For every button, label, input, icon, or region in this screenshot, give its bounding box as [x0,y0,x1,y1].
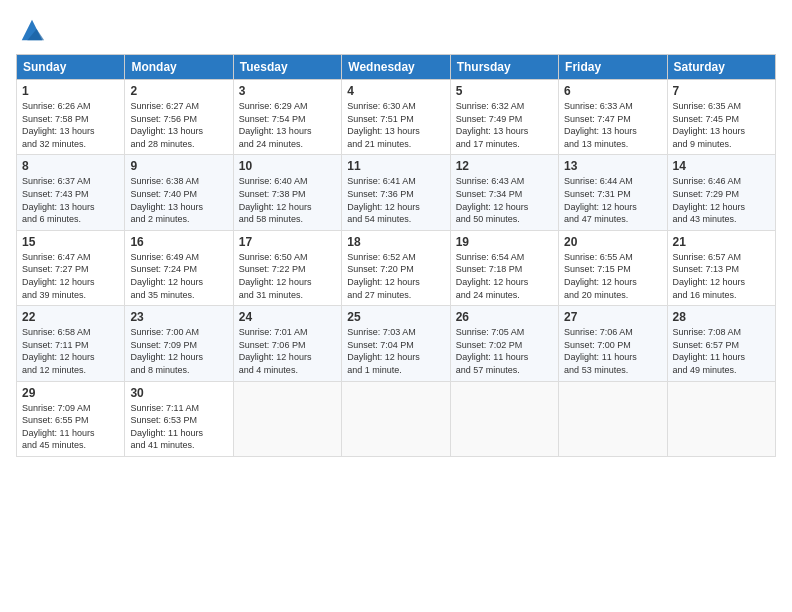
cell-info: Sunrise: 6:50 AM Sunset: 7:22 PM Dayligh… [239,251,336,301]
day-number: 15 [22,235,119,249]
calendar-cell: 20Sunrise: 6:55 AM Sunset: 7:15 PM Dayli… [559,230,667,305]
day-number: 22 [22,310,119,324]
cell-info: Sunrise: 6:29 AM Sunset: 7:54 PM Dayligh… [239,100,336,150]
cell-info: Sunrise: 6:26 AM Sunset: 7:58 PM Dayligh… [22,100,119,150]
day-header-tuesday: Tuesday [233,55,341,80]
logo-icon [18,16,46,44]
calendar-cell: 2Sunrise: 6:27 AM Sunset: 7:56 PM Daylig… [125,80,233,155]
day-number: 10 [239,159,336,173]
calendar-cell: 28Sunrise: 7:08 AM Sunset: 6:57 PM Dayli… [667,306,775,381]
calendar-cell: 3Sunrise: 6:29 AM Sunset: 7:54 PM Daylig… [233,80,341,155]
day-number: 11 [347,159,444,173]
day-number: 1 [22,84,119,98]
cell-info: Sunrise: 6:46 AM Sunset: 7:29 PM Dayligh… [673,175,770,225]
calendar-week-row: 15Sunrise: 6:47 AM Sunset: 7:27 PM Dayli… [17,230,776,305]
day-number: 8 [22,159,119,173]
day-number: 18 [347,235,444,249]
calendar-cell: 21Sunrise: 6:57 AM Sunset: 7:13 PM Dayli… [667,230,775,305]
cell-info: Sunrise: 6:52 AM Sunset: 7:20 PM Dayligh… [347,251,444,301]
day-number: 23 [130,310,227,324]
calendar-cell: 23Sunrise: 7:00 AM Sunset: 7:09 PM Dayli… [125,306,233,381]
calendar-cell [450,381,558,456]
day-number: 2 [130,84,227,98]
calendar-cell: 15Sunrise: 6:47 AM Sunset: 7:27 PM Dayli… [17,230,125,305]
calendar-cell: 29Sunrise: 7:09 AM Sunset: 6:55 PM Dayli… [17,381,125,456]
header [16,16,776,44]
day-number: 12 [456,159,553,173]
cell-info: Sunrise: 7:00 AM Sunset: 7:09 PM Dayligh… [130,326,227,376]
cell-info: Sunrise: 7:06 AM Sunset: 7:00 PM Dayligh… [564,326,661,376]
day-header-friday: Friday [559,55,667,80]
cell-info: Sunrise: 6:49 AM Sunset: 7:24 PM Dayligh… [130,251,227,301]
day-number: 28 [673,310,770,324]
day-number: 17 [239,235,336,249]
calendar-cell: 6Sunrise: 6:33 AM Sunset: 7:47 PM Daylig… [559,80,667,155]
calendar-cell [559,381,667,456]
calendar-cell: 26Sunrise: 7:05 AM Sunset: 7:02 PM Dayli… [450,306,558,381]
cell-info: Sunrise: 7:09 AM Sunset: 6:55 PM Dayligh… [22,402,119,452]
cell-info: Sunrise: 6:41 AM Sunset: 7:36 PM Dayligh… [347,175,444,225]
calendar-week-row: 29Sunrise: 7:09 AM Sunset: 6:55 PM Dayli… [17,381,776,456]
day-number: 24 [239,310,336,324]
cell-info: Sunrise: 6:58 AM Sunset: 7:11 PM Dayligh… [22,326,119,376]
calendar-cell: 17Sunrise: 6:50 AM Sunset: 7:22 PM Dayli… [233,230,341,305]
day-number: 16 [130,235,227,249]
calendar-week-row: 22Sunrise: 6:58 AM Sunset: 7:11 PM Dayli… [17,306,776,381]
calendar-cell: 30Sunrise: 7:11 AM Sunset: 6:53 PM Dayli… [125,381,233,456]
day-number: 29 [22,386,119,400]
cell-info: Sunrise: 6:27 AM Sunset: 7:56 PM Dayligh… [130,100,227,150]
calendar-week-row: 1Sunrise: 6:26 AM Sunset: 7:58 PM Daylig… [17,80,776,155]
day-number: 6 [564,84,661,98]
calendar-cell: 18Sunrise: 6:52 AM Sunset: 7:20 PM Dayli… [342,230,450,305]
day-number: 7 [673,84,770,98]
cell-info: Sunrise: 6:33 AM Sunset: 7:47 PM Dayligh… [564,100,661,150]
calendar-header-row: SundayMondayTuesdayWednesdayThursdayFrid… [17,55,776,80]
cell-info: Sunrise: 6:32 AM Sunset: 7:49 PM Dayligh… [456,100,553,150]
calendar-week-row: 8Sunrise: 6:37 AM Sunset: 7:43 PM Daylig… [17,155,776,230]
cell-info: Sunrise: 6:38 AM Sunset: 7:40 PM Dayligh… [130,175,227,225]
calendar-body: 1Sunrise: 6:26 AM Sunset: 7:58 PM Daylig… [17,80,776,457]
day-number: 30 [130,386,227,400]
calendar-cell: 8Sunrise: 6:37 AM Sunset: 7:43 PM Daylig… [17,155,125,230]
cell-info: Sunrise: 7:05 AM Sunset: 7:02 PM Dayligh… [456,326,553,376]
day-number: 20 [564,235,661,249]
calendar-cell: 12Sunrise: 6:43 AM Sunset: 7:34 PM Dayli… [450,155,558,230]
day-number: 3 [239,84,336,98]
calendar-cell: 11Sunrise: 6:41 AM Sunset: 7:36 PM Dayli… [342,155,450,230]
cell-info: Sunrise: 6:30 AM Sunset: 7:51 PM Dayligh… [347,100,444,150]
cell-info: Sunrise: 6:47 AM Sunset: 7:27 PM Dayligh… [22,251,119,301]
calendar-cell: 13Sunrise: 6:44 AM Sunset: 7:31 PM Dayli… [559,155,667,230]
cell-info: Sunrise: 6:40 AM Sunset: 7:38 PM Dayligh… [239,175,336,225]
cell-info: Sunrise: 6:43 AM Sunset: 7:34 PM Dayligh… [456,175,553,225]
calendar-cell: 7Sunrise: 6:35 AM Sunset: 7:45 PM Daylig… [667,80,775,155]
cell-info: Sunrise: 7:11 AM Sunset: 6:53 PM Dayligh… [130,402,227,452]
day-number: 19 [456,235,553,249]
cell-info: Sunrise: 6:44 AM Sunset: 7:31 PM Dayligh… [564,175,661,225]
calendar-cell [342,381,450,456]
calendar-cell [233,381,341,456]
calendar-cell: 27Sunrise: 7:06 AM Sunset: 7:00 PM Dayli… [559,306,667,381]
calendar-cell: 1Sunrise: 6:26 AM Sunset: 7:58 PM Daylig… [17,80,125,155]
cell-info: Sunrise: 6:35 AM Sunset: 7:45 PM Dayligh… [673,100,770,150]
day-number: 26 [456,310,553,324]
calendar-cell: 4Sunrise: 6:30 AM Sunset: 7:51 PM Daylig… [342,80,450,155]
day-header-saturday: Saturday [667,55,775,80]
day-number: 5 [456,84,553,98]
cell-info: Sunrise: 7:01 AM Sunset: 7:06 PM Dayligh… [239,326,336,376]
cell-info: Sunrise: 7:08 AM Sunset: 6:57 PM Dayligh… [673,326,770,376]
calendar-cell: 9Sunrise: 6:38 AM Sunset: 7:40 PM Daylig… [125,155,233,230]
calendar-cell: 5Sunrise: 6:32 AM Sunset: 7:49 PM Daylig… [450,80,558,155]
calendar-cell: 10Sunrise: 6:40 AM Sunset: 7:38 PM Dayli… [233,155,341,230]
cell-info: Sunrise: 6:55 AM Sunset: 7:15 PM Dayligh… [564,251,661,301]
cell-info: Sunrise: 6:54 AM Sunset: 7:18 PM Dayligh… [456,251,553,301]
day-header-monday: Monday [125,55,233,80]
calendar-cell: 25Sunrise: 7:03 AM Sunset: 7:04 PM Dayli… [342,306,450,381]
calendar-cell: 22Sunrise: 6:58 AM Sunset: 7:11 PM Dayli… [17,306,125,381]
day-number: 21 [673,235,770,249]
day-number: 9 [130,159,227,173]
cell-info: Sunrise: 6:37 AM Sunset: 7:43 PM Dayligh… [22,175,119,225]
calendar-cell [667,381,775,456]
day-header-thursday: Thursday [450,55,558,80]
day-number: 14 [673,159,770,173]
cell-info: Sunrise: 7:03 AM Sunset: 7:04 PM Dayligh… [347,326,444,376]
